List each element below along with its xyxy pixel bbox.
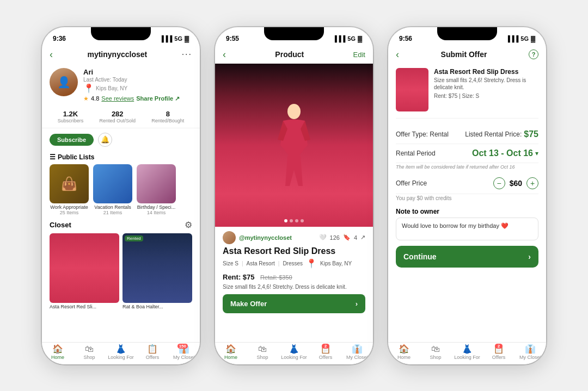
- tab-home-3[interactable]: 🏠 Home: [388, 345, 420, 360]
- make-offer-button[interactable]: Make Offer ›: [223, 294, 365, 313]
- notch-1: [91, 27, 151, 40]
- home-icon-1: 🏠: [52, 345, 63, 353]
- back-button-1[interactable]: ‹: [50, 49, 53, 60]
- offer-product-img: [396, 68, 428, 111]
- closet-item-0[interactable]: Asta Resort Red Sli...: [50, 233, 119, 309]
- list-count-birthday: 14 Items: [137, 210, 176, 215]
- tab-home-1[interactable]: 🏠 Home: [42, 345, 74, 360]
- closet-item-1[interactable]: Rented Rat & Boa Halter...: [122, 233, 192, 309]
- tab-offers-2[interactable]: 2 📋 Offers: [310, 345, 341, 360]
- tab-bar-1: 🏠 Home 🛍 Shop 👗 Looking For 📋 Offers 150: [42, 342, 200, 364]
- shop-icon-2: 🛍: [258, 345, 267, 353]
- increase-price-button[interactable]: +: [526, 177, 538, 189]
- sep-1: |: [242, 260, 243, 266]
- tab-home-label-3: Home: [397, 355, 411, 360]
- list-item-vacation[interactable]: Vacation Rentals 21 Items: [93, 164, 132, 216]
- help-button-3[interactable]: ?: [529, 49, 538, 59]
- closet-filter-icon[interactable]: ⚙: [185, 220, 192, 230]
- screen-1: 👤 Ari Last Active: Today 📍 Kips Bay, NY …: [42, 64, 200, 342]
- heart-icon[interactable]: 🤍: [319, 234, 327, 241]
- location-row: 📍 Kips Bay, NY: [83, 83, 192, 94]
- network-3: 5G: [520, 35, 529, 42]
- tab-offers-label-1: Offers: [146, 355, 159, 360]
- tab-closet-3[interactable]: 👔 My Closet: [514, 345, 546, 360]
- note-to-owner-field[interactable]: Would love to borrow for my birthday ❤️: [396, 218, 538, 240]
- reviews-link[interactable]: See reviews: [101, 95, 134, 102]
- list-thumb-birthday: [137, 164, 176, 203]
- dot-2: [290, 219, 293, 222]
- decrease-price-button[interactable]: −: [493, 177, 505, 189]
- product-user-row: @mytinynyccloset 🤍 126 🔖 4 ↗: [215, 227, 373, 246]
- time-3: 9:56: [399, 35, 412, 42]
- tab-shop-3[interactable]: 🛍 Shop: [420, 345, 451, 360]
- signal-icon-2: ▐▐▐: [333, 35, 345, 42]
- phone-3: 9:56 ▐▐▐ 5G ▓ ‹ Submit Offer ?: [388, 27, 546, 364]
- tab-home-2[interactable]: 🏠 Home: [215, 345, 247, 360]
- tab-looking-label-1: Looking For: [108, 355, 134, 360]
- bag-image: 👜: [50, 164, 89, 203]
- product-title: Asta Resort Red Slip Dress: [215, 246, 373, 258]
- public-lists-title: Public Lists: [58, 153, 94, 161]
- bell-button[interactable]: 🔔: [98, 133, 112, 147]
- list-thumb-vacation: [93, 164, 132, 203]
- continue-label: Continue: [403, 252, 437, 261]
- profile-actions: Subscribe 🔔: [42, 128, 200, 151]
- offer-product-desc: Size small fits 2,4,6! Stretchy. Dress i…: [434, 77, 538, 91]
- share-profile-button[interactable]: Share Profile ↗: [136, 95, 180, 102]
- menu-button-1[interactable]: ···: [182, 49, 192, 59]
- seller-avatar: [223, 231, 236, 244]
- offer-price-value: $60: [510, 179, 522, 188]
- listed-price-value: $75: [524, 129, 538, 139]
- subscribers-stat: 1.2K Subscribers: [58, 110, 84, 123]
- tab-looking-2[interactable]: 👗 Looking For: [278, 345, 310, 360]
- chevron-down-icon[interactable]: ▾: [535, 150, 538, 157]
- screen-3: Asta Resort Red Slip Dress Size small fi…: [388, 64, 546, 342]
- location-pin-icon: 📍: [83, 83, 94, 94]
- rental-period-value-group: Oct 13 - Oct 16 ▾: [472, 148, 538, 158]
- seller-info[interactable]: @mytinynyccloset: [223, 231, 292, 244]
- list-item-work[interactable]: 👜 Work Appropriate 25 Items: [50, 164, 89, 216]
- time-1: 9:36: [53, 35, 66, 42]
- back-button-2[interactable]: ‹: [223, 49, 226, 60]
- status-bar-1: 9:36 ▐▐▐ 5G ▓: [42, 27, 200, 47]
- battery-icon-1: ▓: [185, 35, 189, 42]
- tab-shop-1[interactable]: 🛍 Shop: [74, 345, 105, 360]
- tab-looking-label-2: Looking For: [281, 355, 307, 360]
- nav-bar-1: ‹ mytinynyccloset ···: [42, 47, 200, 64]
- tab-shop-label-1: Shop: [83, 355, 95, 360]
- product-image: [215, 64, 373, 227]
- tab-offers-3[interactable]: 2 📋 Offers: [483, 345, 514, 360]
- tab-shop-2[interactable]: 🛍 Shop: [247, 345, 278, 360]
- tab-closet-2[interactable]: 👔 My Closet: [341, 345, 373, 360]
- back-button-3[interactable]: ‹: [396, 49, 399, 60]
- tab-offers-1[interactable]: 📋 Offers: [137, 345, 168, 360]
- list-icon: ☰: [50, 153, 56, 161]
- share-icon[interactable]: ↗: [360, 234, 365, 241]
- tab-closet-1[interactable]: 150 👔 My Closet: [168, 345, 200, 360]
- battery-icon-2: ▓: [358, 35, 362, 42]
- credits-note: You pay $0 with credits: [396, 194, 538, 204]
- status-icons-3: ▐▐▐ 5G ▓: [506, 35, 535, 42]
- retail-price: Retail: $350: [260, 274, 292, 281]
- screen-2: @mytinynyccloset 🤍 126 🔖 4 ↗ Asta Resort…: [215, 64, 373, 342]
- subscribe-button[interactable]: Subscribe: [50, 134, 94, 146]
- edit-button-2[interactable]: Edit: [353, 51, 365, 59]
- bookmark-icon[interactable]: 🔖: [343, 234, 351, 241]
- tab-looking-3[interactable]: 👗 Looking For: [451, 345, 483, 360]
- offers-badge-3: 2: [495, 344, 503, 349]
- rented-badge: Rented: [125, 235, 143, 241]
- offer-product-name: Asta Resort Red Slip Dress: [434, 68, 538, 76]
- home-icon-3: 🏠: [399, 345, 409, 353]
- offer-product-details: Asta Resort Red Slip Dress Size small fi…: [434, 68, 538, 111]
- tab-looking-1[interactable]: 👗 Looking For: [105, 345, 137, 360]
- closet-badge-1: 150: [177, 344, 188, 349]
- list-count-vacation: 21 Items: [93, 210, 132, 215]
- svg-point-0: [287, 104, 301, 119]
- tab-bar-2: 🏠 Home 🛍 Shop 👗 Looking For 2 📋 Offers: [215, 342, 373, 364]
- product-description: Size small fits 2,4,6! Stretchy. Dress i…: [215, 283, 373, 292]
- closet-icon-3: 👔: [525, 345, 536, 353]
- list-item-birthday[interactable]: Birthday / Speci... 14 Items: [137, 164, 176, 216]
- continue-button[interactable]: Continue ›: [396, 246, 538, 268]
- location-tag: Kips Bay, NY: [320, 260, 352, 266]
- offers-icon-1: 📋: [147, 345, 158, 353]
